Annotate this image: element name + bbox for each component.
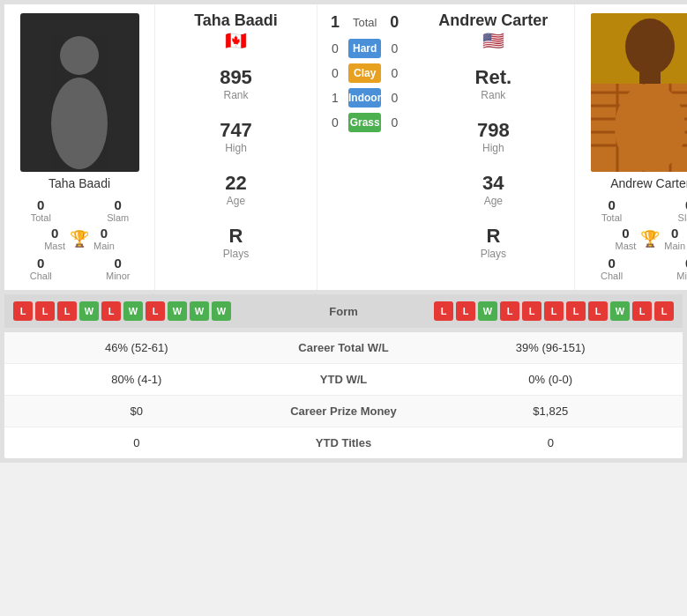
players-comparison: Taha Baadi 0 Total 0 Slam 0 Mast 🏆 0 (4, 4, 683, 290)
form-badge-right: W (478, 301, 497, 321)
right-center-col: Andrew Carter 🇺🇸 Ret. Rank 798 High 34 A… (412, 4, 575, 290)
form-badge-left: W (212, 301, 231, 321)
left-player-stats: 0 Total 0 Slam (9, 197, 150, 223)
middle-col: 1 Total 0 0 Hard 0 0 Clay 0 1 Indoor 0 0 (317, 4, 412, 290)
left-mast-stat: 0 Mast (44, 226, 65, 251)
right-plays-block: R Plays (416, 214, 570, 267)
page-container: Taha Baadi 0 Total 0 Slam 0 Mast 🏆 0 (0, 0, 687, 463)
left-trophy-row: 0 Mast 🏆 0 Main (9, 226, 150, 251)
left-player-avatar (20, 13, 139, 172)
stats-left-value: $0 (18, 404, 256, 418)
right-player-stats: 0 Total 0 Slam (579, 197, 687, 223)
surface-clay-row: 0 Clay 0 (322, 61, 407, 85)
surface-hard-row: 0 Hard 0 (322, 36, 407, 61)
right-lower-stats: 0 Chall 0 Minor (579, 256, 687, 281)
total-row: 1 Total 0 (322, 9, 407, 36)
svg-rect-14 (639, 68, 661, 84)
surface-grass-row: 0 Grass 0 (322, 110, 407, 135)
surface-indoor-row: 1 Indoor 0 (322, 85, 407, 110)
stats-right-value: 0% (0-0) (432, 373, 670, 386)
form-badge-right: L (544, 301, 564, 321)
left-player-header: Taha Baadi 🇨🇦 (160, 4, 312, 56)
bottom-stats-section: 46% (52-61) Career Total W/L 39% (96-151… (4, 332, 683, 458)
stats-center-label: Career Total W/L (256, 341, 432, 354)
right-mast-stat: 0 Mast (615, 226, 636, 251)
right-player-flag: 🇺🇸 (482, 30, 504, 51)
stats-row: $0 Career Prize Money $1,825 (4, 396, 683, 427)
right-age-block: 34 Age (416, 161, 570, 214)
stats-row: 46% (52-61) Career Total W/L 39% (96-151… (4, 332, 683, 364)
left-chall-stat: 0 Chall (9, 256, 73, 281)
right-trophy-row: 0 Mast 🏆 0 Main (579, 226, 687, 251)
form-badge-right: L (522, 301, 541, 321)
form-badge-left: W (168, 301, 187, 321)
form-badge-left: L (57, 301, 77, 321)
stats-center-label: YTD W/L (256, 373, 432, 386)
right-minor-stat: 0 Minor (657, 256, 687, 281)
left-player-flag: 🇨🇦 (225, 30, 247, 51)
form-badge-left: W (79, 301, 99, 321)
left-player-name: Taha Baadi (49, 176, 110, 190)
left-plays-block: R Plays (160, 214, 312, 267)
right-high-block: 798 High (416, 108, 570, 161)
form-badge-right: L (434, 301, 453, 321)
form-badge-left: L (35, 301, 55, 321)
stats-left-value: 80% (4-1) (18, 373, 256, 386)
stats-right-value: 0 (432, 436, 670, 449)
stats-right-value: $1,825 (432, 404, 670, 418)
form-badge-right: L (588, 301, 608, 321)
right-total-stat: 0 Total (579, 197, 644, 223)
right-player-avatar (591, 13, 687, 172)
hard-badge: Hard (348, 39, 381, 58)
form-badge-left: L (146, 301, 165, 321)
form-badge-left: L (13, 301, 33, 321)
left-main-stat: 0 Main (93, 226, 115, 251)
right-trophy-icon: 🏆 (640, 229, 660, 249)
form-badge-left: L (101, 301, 121, 321)
svg-point-1 (51, 78, 108, 169)
right-chall-stat: 0 Chall (579, 256, 644, 281)
left-age-block: 22 Age (160, 161, 312, 214)
form-badge-left: W (123, 301, 143, 321)
left-high-block: 747 High (160, 108, 312, 161)
left-rank-block: 895 Rank (160, 56, 312, 108)
left-form-badges: LLLWLWLWWW (13, 301, 291, 321)
left-minor-stat: 0 Minor (86, 256, 151, 281)
form-badge-right: L (456, 301, 475, 321)
right-slam-stat: 0 Slam (657, 197, 687, 223)
left-center-col: Taha Baadi 🇨🇦 895 Rank 747 High 22 Age R… (154, 4, 317, 290)
form-section: LLLWLWLWWW Form LLWLLLLLWLL (4, 294, 683, 328)
svg-point-15 (615, 84, 685, 172)
left-lower-stats: 0 Chall 0 Minor (9, 256, 150, 281)
left-total-stat: 0 Total (9, 197, 73, 223)
form-badge-right: L (500, 301, 519, 321)
stats-center-label: Career Prize Money (256, 404, 432, 418)
stats-left-value: 46% (52-61) (18, 341, 256, 354)
right-form-badges: LLWLLLLLWLL (397, 301, 675, 321)
right-player-name: Andrew Carter (610, 176, 687, 190)
right-main-stat: 0 Main (664, 226, 685, 251)
stats-row: 80% (4-1) YTD W/L 0% (0-0) (4, 364, 683, 396)
left-slam-stat: 0 Slam (86, 197, 151, 223)
indoor-badge: Indoor (348, 88, 381, 108)
form-badge-right: L (654, 301, 674, 321)
svg-point-0 (60, 36, 99, 75)
form-label: Form (291, 305, 397, 318)
stats-right-value: 39% (96-151) (432, 341, 670, 354)
left-player-card: Taha Baadi 0 Total 0 Slam 0 Mast 🏆 0 (4, 4, 154, 290)
form-badge-left: W (190, 301, 209, 321)
stats-row: 0 YTD Titles 0 (4, 427, 683, 458)
form-badge-right: L (566, 301, 586, 321)
left-trophy-icon: 🏆 (70, 229, 89, 249)
right-player-header: Andrew Carter 🇺🇸 (416, 4, 570, 56)
clay-badge: Clay (348, 63, 381, 83)
grass-badge: Grass (348, 113, 381, 132)
right-rank-block: Ret. Rank (416, 56, 570, 108)
form-badge-right: L (632, 301, 652, 321)
stats-center-label: YTD Titles (256, 436, 432, 449)
svg-point-13 (625, 19, 675, 75)
right-player-card: Andrew Carter 0 Total 0 Slam 0 Mast 🏆 (575, 4, 687, 290)
stats-left-value: 0 (18, 436, 256, 449)
form-badge-right: W (610, 301, 630, 321)
